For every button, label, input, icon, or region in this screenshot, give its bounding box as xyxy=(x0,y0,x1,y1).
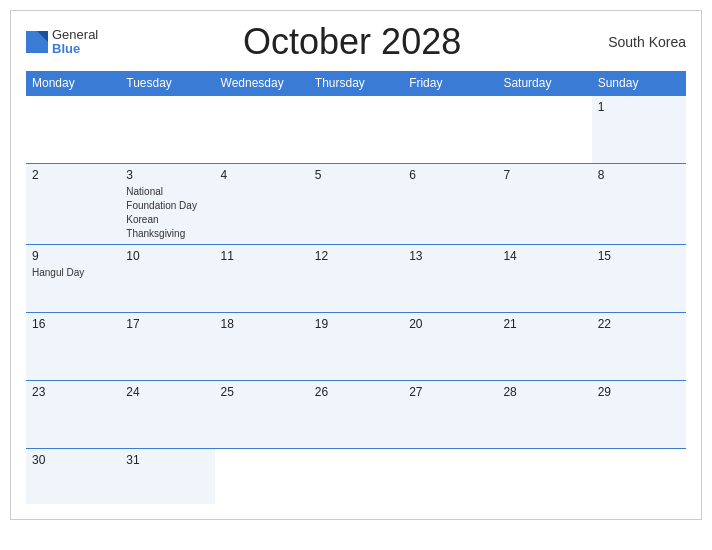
logo-text: General Blue xyxy=(52,28,98,57)
day-number: 22 xyxy=(598,317,680,331)
day-number: 11 xyxy=(221,249,303,263)
table-row: 13 xyxy=(403,245,497,313)
table-row: 5 xyxy=(309,164,403,245)
day-number: 28 xyxy=(503,385,585,399)
day-number: 17 xyxy=(126,317,208,331)
holiday-label: National Foundation Day Korean Thanksgiv… xyxy=(126,186,197,239)
table-row: 10 xyxy=(120,245,214,313)
day-number: 18 xyxy=(221,317,303,331)
table-row xyxy=(120,96,214,164)
day-number: 12 xyxy=(315,249,397,263)
day-number: 6 xyxy=(409,168,491,182)
table-row xyxy=(497,449,591,504)
day-number: 14 xyxy=(503,249,585,263)
col-sunday: Sunday xyxy=(592,71,686,96)
table-row: 28 xyxy=(497,381,591,449)
col-thursday: Thursday xyxy=(309,71,403,96)
table-row: 7 xyxy=(497,164,591,245)
day-number: 4 xyxy=(221,168,303,182)
day-number: 2 xyxy=(32,168,114,182)
col-monday: Monday xyxy=(26,71,120,96)
calendar-header-row: Monday Tuesday Wednesday Thursday Friday… xyxy=(26,71,686,96)
table-row xyxy=(497,96,591,164)
col-tuesday: Tuesday xyxy=(120,71,214,96)
table-row xyxy=(215,96,309,164)
table-row xyxy=(309,449,403,504)
header: General Blue October 2028 South Korea xyxy=(26,21,686,63)
table-row: 24 xyxy=(120,381,214,449)
col-wednesday: Wednesday xyxy=(215,71,309,96)
day-number: 13 xyxy=(409,249,491,263)
table-row: 12 xyxy=(309,245,403,313)
day-number: 29 xyxy=(598,385,680,399)
day-number: 1 xyxy=(598,100,680,114)
day-number: 3 xyxy=(126,168,208,182)
col-friday: Friday xyxy=(403,71,497,96)
day-number: 26 xyxy=(315,385,397,399)
table-row: 9Hangul Day xyxy=(26,245,120,313)
table-row: 1 xyxy=(592,96,686,164)
calendar-week-row: 16171819202122 xyxy=(26,313,686,381)
day-number: 31 xyxy=(126,453,208,467)
table-row xyxy=(215,449,309,504)
day-number: 19 xyxy=(315,317,397,331)
table-row: 2 xyxy=(26,164,120,245)
calendar-page: General Blue October 2028 South Korea Mo… xyxy=(10,10,702,520)
logo-icon xyxy=(26,31,48,53)
table-row: 15 xyxy=(592,245,686,313)
day-number: 8 xyxy=(598,168,680,182)
table-row xyxy=(592,449,686,504)
table-row: 25 xyxy=(215,381,309,449)
table-row: 21 xyxy=(497,313,591,381)
day-number: 10 xyxy=(126,249,208,263)
svg-rect-1 xyxy=(26,42,48,53)
day-number: 20 xyxy=(409,317,491,331)
day-number: 5 xyxy=(315,168,397,182)
day-number: 23 xyxy=(32,385,114,399)
day-number: 25 xyxy=(221,385,303,399)
table-row: 22 xyxy=(592,313,686,381)
table-row xyxy=(403,449,497,504)
table-row: 16 xyxy=(26,313,120,381)
table-row: 4 xyxy=(215,164,309,245)
day-number: 16 xyxy=(32,317,114,331)
table-row: 19 xyxy=(309,313,403,381)
table-row: 23 xyxy=(26,381,120,449)
day-number: 24 xyxy=(126,385,208,399)
table-row: 17 xyxy=(120,313,214,381)
day-number: 27 xyxy=(409,385,491,399)
calendar-week-row: 3031 xyxy=(26,449,686,504)
table-row: 14 xyxy=(497,245,591,313)
table-row: 18 xyxy=(215,313,309,381)
table-row: 27 xyxy=(403,381,497,449)
table-row: 3National Foundation Day Korean Thanksgi… xyxy=(120,164,214,245)
day-number: 9 xyxy=(32,249,114,263)
table-row: 26 xyxy=(309,381,403,449)
table-row: 31 xyxy=(120,449,214,504)
logo: General Blue xyxy=(26,28,98,57)
calendar-table: Monday Tuesday Wednesday Thursday Friday… xyxy=(26,71,686,504)
day-number: 21 xyxy=(503,317,585,331)
calendar-week-row: 1 xyxy=(26,96,686,164)
holiday-label: Hangul Day xyxy=(32,267,84,278)
table-row: 6 xyxy=(403,164,497,245)
calendar-week-row: 9Hangul Day101112131415 xyxy=(26,245,686,313)
country-label: South Korea xyxy=(606,34,686,50)
day-number: 7 xyxy=(503,168,585,182)
table-row: 8 xyxy=(592,164,686,245)
day-number: 30 xyxy=(32,453,114,467)
table-row xyxy=(26,96,120,164)
table-row: 29 xyxy=(592,381,686,449)
table-row xyxy=(309,96,403,164)
calendar-week-row: 23National Foundation Day Korean Thanksg… xyxy=(26,164,686,245)
table-row: 30 xyxy=(26,449,120,504)
page-title: October 2028 xyxy=(98,21,606,63)
day-number: 15 xyxy=(598,249,680,263)
calendar-week-row: 23242526272829 xyxy=(26,381,686,449)
table-row: 11 xyxy=(215,245,309,313)
table-row xyxy=(403,96,497,164)
col-saturday: Saturday xyxy=(497,71,591,96)
table-row: 20 xyxy=(403,313,497,381)
